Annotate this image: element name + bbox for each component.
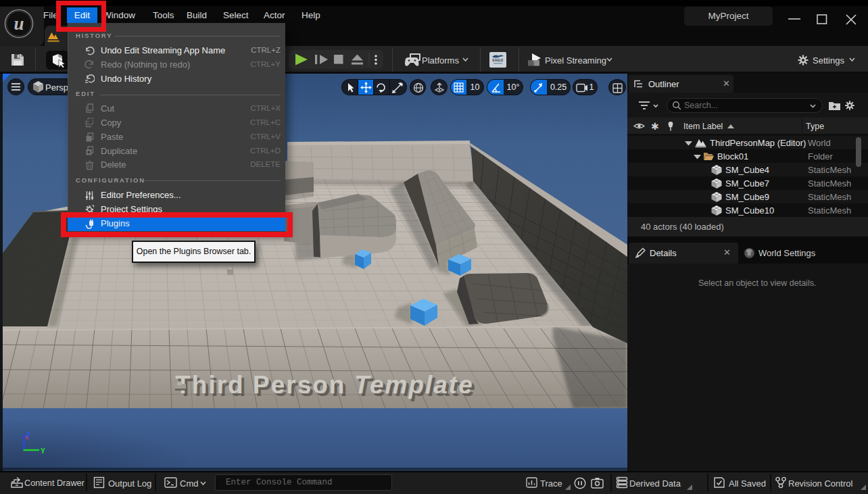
svg-text:Y: Y [41,447,45,455]
svg-text:Third Person Template: Third Person Template [175,371,474,399]
svg-text:EAGLE: EAGLE [493,59,504,62]
svg-text:Z: Z [26,431,30,439]
svg-text:u: u [14,14,24,34]
